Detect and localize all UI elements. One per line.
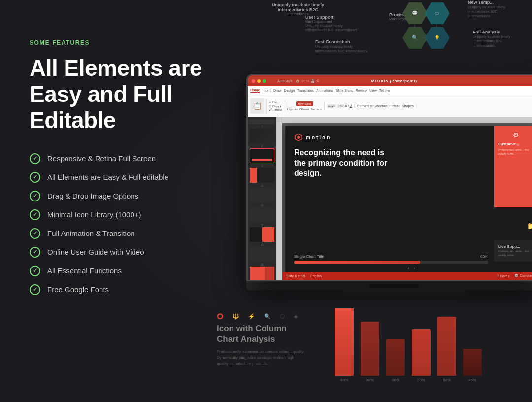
cut-btn[interactable]: ✂ Cut: [269, 100, 282, 104]
slide-thumb-7[interactable]: [250, 129, 274, 143]
tab-animations[interactable]: Animations: [316, 89, 333, 92]
bar-6: [463, 349, 482, 376]
next-slide-btn[interactable]: ›: [413, 266, 415, 271]
bottom-chart-title-line1: Icon with Column: [217, 324, 287, 333]
prev-slide-btn[interactable]: ‹: [408, 266, 409, 271]
panel-icon: ⚙: [498, 131, 532, 139]
fast-connection-block: Fast Connection Uniquely incubate timely…: [315, 39, 369, 53]
laptop-foot: [305, 296, 502, 299]
slide-panel: 7 8 9: [248, 117, 276, 280]
tab-home[interactable]: Home: [250, 88, 260, 93]
top-label-4: Fast Connection: [315, 39, 369, 44]
slide-thumb-13[interactable]: [250, 247, 274, 262]
slide-thumb-10[interactable]: [250, 188, 274, 202]
minimize-dot[interactable]: [257, 79, 261, 83]
slide-thumb-12[interactable]: [250, 227, 274, 242]
layout-btn[interactable]: Layout▾: [287, 107, 298, 111]
italic-btn[interactable]: I: [348, 104, 349, 108]
check-icon-7: [30, 266, 40, 276]
font-size[interactable]: 18▾: [337, 104, 344, 108]
maximize-dot[interactable]: [263, 79, 266, 83]
chart-bar-track: [294, 261, 488, 264]
bottom-icon-1: ⭕: [217, 313, 224, 320]
underline-btn[interactable]: U: [350, 104, 352, 108]
convert-smartart[interactable]: Convert to SmartArt: [357, 104, 387, 108]
window-controls: [252, 79, 266, 83]
bottom-text-area: Icon with Column Chart Analysis Professi…: [217, 323, 305, 367]
chart-header: Single Chart Title 65%: [294, 254, 488, 259]
format-btn[interactable]: 🖌 Format: [269, 108, 282, 111]
bar-5: [437, 317, 456, 376]
feature-item-4: Minimal Icon Library (1000+): [30, 209, 241, 220]
check-icon-2: [30, 172, 40, 183]
notes-btn[interactable]: 🗒 Notes: [496, 274, 509, 278]
slide-9-container: 9: [249, 165, 275, 183]
tab-draw[interactable]: Draw: [273, 89, 281, 92]
bar-item-4: 50%: [412, 329, 431, 382]
feature-item-3: Drag & Drop Image Options: [30, 191, 241, 201]
slide-right-panel: ⚙ Customiz... Professional admi... the q…: [494, 126, 532, 207]
chart-title: Single Chart Title: [294, 254, 324, 259]
slide-12-container: 12: [249, 224, 275, 242]
picture-btn[interactable]: Picture: [389, 104, 400, 108]
tab-transitions[interactable]: Transitions: [297, 89, 314, 92]
new-slide-btn[interactable]: New Slide: [296, 101, 313, 106]
check-icon-3: [30, 191, 40, 201]
shapes-btn[interactable]: Shapes: [402, 104, 414, 108]
laptop-base: [246, 281, 532, 290]
bottom-chart-title: Icon with Column Chart Analysis: [217, 323, 305, 345]
feature-text-6: Online User Guide with Video: [47, 248, 144, 256]
ppt-titlebar: AutoSave 🏠 ↩ ↪ 💾 ⚙ MOTION (Powerpoint): [248, 75, 532, 86]
feature-text-2: All Elements are Easy & Full editable: [47, 173, 168, 181]
main-slide-content: motion Recognizing the need is the prima…: [285, 126, 532, 274]
copy-btn[interactable]: ⬡ Copy ▾: [269, 104, 282, 108]
bottom-icon-2: 🔱: [233, 313, 239, 320]
bar-2: [361, 322, 379, 376]
slide-7-container: 7: [249, 125, 275, 143]
slide-thumb-15[interactable]: [250, 267, 274, 280]
feature-text-3: Drag & Drop Image Options: [47, 192, 138, 200]
bar-1: [335, 308, 354, 376]
tab-design[interactable]: Design: [284, 89, 295, 92]
feature-item-7: All Essential Functions: [30, 266, 241, 276]
tab-review[interactable]: Review: [356, 89, 367, 92]
slide-num-10: 10: [249, 184, 275, 187]
slide-thumb-8-active[interactable]: [250, 148, 274, 163]
check-icon-6: [30, 247, 40, 258]
ribbon-toolbar: 📋 ✂ Cut ⬡ Copy ▾ 🖌 Format New Slide Layo…: [248, 95, 532, 117]
feature-text-8: Free Google Fonts: [47, 285, 109, 294]
slide-8-container: 8: [249, 145, 275, 163]
reset-btn[interactable]: ⟲Reset: [299, 107, 309, 111]
bottom-section: ⭕ 🔱 ⚡ 🔍 ⬡ ◈ Icon with Column Chart Analy…: [0, 308, 532, 402]
feature-item-6: Online User Guide with Video: [30, 247, 241, 258]
laptop-stand: [342, 290, 466, 296]
slide-num-13: 13: [249, 243, 275, 246]
tab-view[interactable]: View: [369, 89, 377, 92]
feature-item-1: Responsive & Retina Full Screen: [30, 153, 241, 164]
slide-thumb-11[interactable]: [250, 207, 274, 222]
paste-group: 📋: [250, 98, 267, 114]
font-family[interactable]: Arial▾: [327, 104, 336, 108]
slide-num-11: 11: [249, 204, 275, 207]
folder-icon: 📁: [527, 222, 532, 230]
bar-label-4: 50%: [417, 378, 425, 382]
tab-tellme[interactable]: Tell me: [379, 89, 390, 92]
feature-text-1: Responsive & Retina Full Screen: [47, 154, 156, 163]
feature-text-5: Full Animation & Transition: [47, 229, 135, 237]
slide-thumb-9[interactable]: [250, 168, 274, 183]
bold-btn[interactable]: B: [345, 104, 347, 108]
chart-bar-fill: [294, 261, 420, 264]
bottom-description: Professionally administrate content with…: [217, 349, 305, 367]
paste-btn[interactable]: 📋: [250, 98, 264, 114]
top-label-2: User Support: [305, 15, 360, 20]
top-desc-2: Uniquely incubate timely intermediaries …: [305, 23, 360, 32]
chart-value: 65%: [480, 254, 488, 259]
tab-slideshow[interactable]: Slide Show: [336, 89, 353, 92]
section-btn[interactable]: Section▾: [310, 107, 322, 111]
check-icon-1: [30, 153, 40, 164]
slide-canvas: motion Recognizing the need is the prima…: [282, 117, 532, 280]
close-dot[interactable]: [252, 79, 255, 83]
svg-text:💡: 💡: [434, 35, 440, 41]
comments-btn[interactable]: 💬 Comments: [514, 274, 532, 278]
tab-insert[interactable]: Insert: [262, 89, 271, 92]
